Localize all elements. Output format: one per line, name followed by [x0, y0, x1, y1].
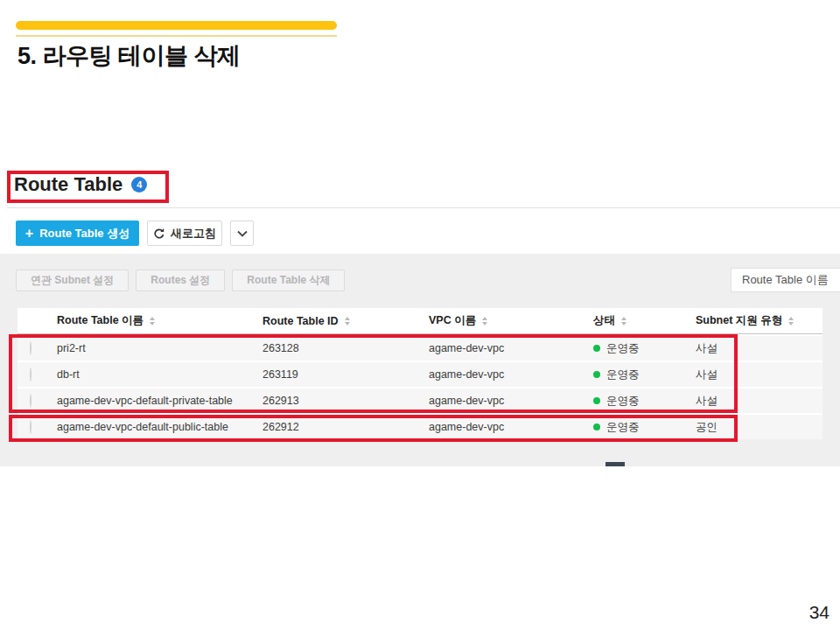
cell-name: agame-dev-vpc-default-private-table [57, 395, 262, 407]
cell-id: 262912 [262, 421, 429, 433]
status-dot [593, 371, 600, 378]
toolbar-dropdown-button[interactable] [230, 220, 254, 246]
cell-status-text: 운영중 [606, 368, 640, 382]
row-radio[interactable] [30, 394, 32, 408]
status-dot [593, 397, 600, 404]
table-row[interactable]: db-rt 263119 agame-dev-vpc 운영중 사설 [18, 362, 822, 387]
refresh-icon [153, 228, 165, 240]
title-accent-underline [16, 35, 337, 37]
table-row[interactable]: pri2-rt 263128 agame-dev-vpc 운영중 사설 [18, 336, 822, 360]
refresh-button[interactable]: 새로고침 [147, 220, 222, 246]
cell-id: 263128 [262, 342, 429, 354]
table-header: Route Table 이름 Route Table ID VPC 이름 상태 [18, 308, 822, 334]
header-vpc: VPC 이름 [429, 313, 593, 328]
cell-status-text: 운영중 [606, 394, 640, 409]
cell-name: db-rt [57, 368, 262, 381]
header-id: Route Table ID [262, 315, 429, 327]
cell-status-text: 운영중 [606, 341, 640, 356]
route-table-list: Route Table 이름 Route Table ID VPC 이름 상태 [18, 308, 822, 439]
row-action-buttons: 연관 Subnet 설정 Routes 설정 Route Table 삭제 [16, 270, 345, 291]
sort-icon[interactable] [482, 317, 487, 326]
associate-subnet-button[interactable]: 연관 Subnet 설정 [16, 270, 129, 291]
cell-subnet-type: 사설 [696, 368, 822, 382]
header-status: 상태 [593, 313, 696, 328]
sort-icon[interactable] [621, 317, 626, 326]
refresh-button-label: 새로고침 [171, 226, 216, 242]
row-radio[interactable] [30, 420, 32, 434]
count-badge: 4 [131, 177, 147, 192]
page-title: Route Table [14, 173, 122, 196]
chevron-down-icon [237, 230, 248, 237]
create-button-label: Route Table 생성 [39, 226, 130, 242]
cell-subnet-type: 공인 [696, 420, 822, 435]
console-screenshot: Route Table 4 + Route Table 생성 새로고침 [0, 162, 840, 466]
delete-route-table-button[interactable]: Route Table 삭제 [232, 270, 345, 291]
cell-vpc: agame-dev-vpc [429, 395, 593, 407]
header-subnet-type: Subnet 지원 유형 [696, 313, 822, 328]
cell-subnet-type: 사설 [696, 341, 822, 356]
sort-icon[interactable] [150, 317, 155, 326]
toolbar: + Route Table 생성 새로고침 [16, 220, 254, 246]
table-row[interactable]: agame-dev-vpc-default-public-table 26291… [18, 415, 822, 439]
create-route-table-button[interactable]: + Route Table 생성 [16, 220, 139, 246]
slide-title: 5. 라우팅 테이블 삭제 [18, 40, 241, 72]
slide: 5. 라우팅 테이블 삭제 Route Table 4 + Route Tabl… [0, 0, 840, 630]
cell-name: pri2-rt [57, 342, 262, 354]
cell-vpc: agame-dev-vpc [429, 342, 593, 354]
cell-vpc: agame-dev-vpc [429, 368, 593, 381]
sort-icon[interactable] [345, 317, 350, 326]
pagination-cutoff[interactable] [606, 462, 625, 466]
row-radio[interactable] [30, 341, 32, 355]
slide-page-number: 34 [809, 602, 830, 623]
route-table-heading: Route Table 4 [14, 173, 147, 196]
cell-id: 262913 [262, 395, 429, 407]
row-radio[interactable] [30, 368, 32, 382]
title-accent-bar [16, 21, 337, 30]
routes-settings-button[interactable]: Routes 설정 [136, 270, 225, 291]
header-name: Route Table 이름 [57, 313, 262, 328]
sort-icon[interactable] [788, 317, 794, 326]
divider [7, 207, 840, 208]
cell-id: 263119 [262, 368, 429, 381]
cell-subnet-type: 사설 [696, 394, 822, 409]
table-row[interactable]: agame-dev-vpc-default-private-table 2629… [18, 388, 822, 413]
status-dot [593, 345, 600, 352]
search-filter-select[interactable]: Route Table 이름 [731, 268, 840, 292]
status-dot [593, 424, 600, 430]
cell-status-text: 운영중 [606, 420, 640, 435]
plus-icon: + [25, 227, 33, 241]
list-panel: 연관 Subnet 설정 Routes 설정 Route Table 삭제 Ro… [0, 254, 840, 466]
cell-vpc: agame-dev-vpc [429, 421, 593, 433]
cell-name: agame-dev-vpc-default-public-table [57, 421, 262, 433]
